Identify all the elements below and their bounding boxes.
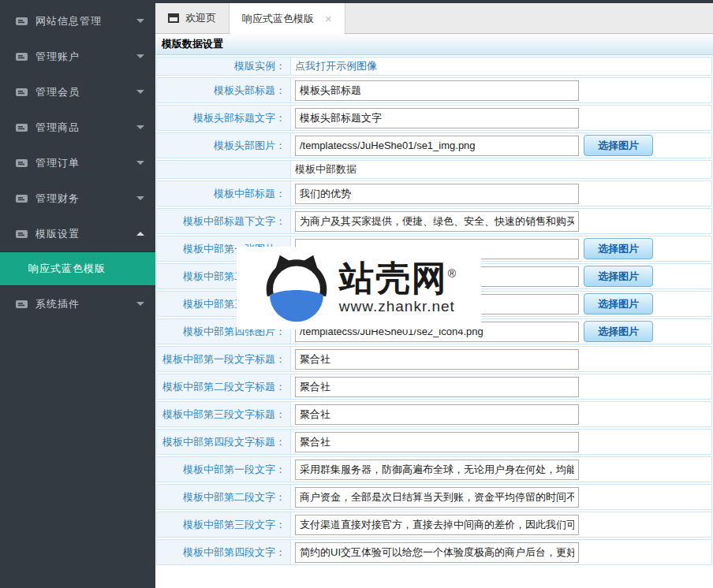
tab-template[interactable]: 响应式蓝色模版× xyxy=(229,3,345,34)
field-value-cell xyxy=(291,209,711,233)
sidebar: 网站信息管理管理账户管理会员管理商品管理订单管理财务模版设置响应式蓝色模版系统插… xyxy=(0,0,155,588)
sidebar-item[interactable]: 管理财务 xyxy=(0,180,155,216)
panel-title: 模版数据设置 xyxy=(155,34,713,55)
field-value-cell: 选择图片 xyxy=(291,133,711,158)
sidebar-item-label: 管理订单 xyxy=(35,156,136,170)
zhankr-cat-logo-icon xyxy=(260,252,333,325)
sidebar-menu: 网站信息管理管理账户管理会员管理商品管理订单管理财务模版设置响应式蓝色模版系统插… xyxy=(0,3,155,322)
watermark-brand: 站壳网® xyxy=(339,261,457,296)
tab-bar: 欢迎页响应式蓝色模版× xyxy=(155,3,713,34)
field-input[interactable] xyxy=(295,515,579,535)
choose-image-button[interactable]: 选择图片 xyxy=(584,293,653,314)
field-label xyxy=(157,161,291,178)
field-label: 模板中部第三段文字： xyxy=(157,512,291,537)
form-row: 模板中部第二段文字： xyxy=(156,484,712,510)
choose-image-button[interactable]: 选择图片 xyxy=(584,135,653,156)
field-input[interactable] xyxy=(295,108,579,128)
field-label: 模版实例： xyxy=(157,58,291,75)
sidebar-item-label: 系统插件 xyxy=(35,297,136,311)
form-row: 模板中部第一段文字标题： xyxy=(156,346,712,372)
field-input[interactable] xyxy=(295,184,579,204)
field-input[interactable] xyxy=(295,432,579,452)
field-label: 模板中部第一段文字： xyxy=(157,457,291,482)
watermark-url: www.zhankr.net xyxy=(339,298,455,315)
form-row: 模板中部第四段文字： xyxy=(156,539,712,565)
watermark-brand-name: 站壳网 xyxy=(339,259,448,297)
sidebar-item[interactable]: 管理会员 xyxy=(0,74,155,110)
field-label: 模板中部第三段文字标题： xyxy=(157,402,291,426)
sidebar-item[interactable]: 系统插件 xyxy=(0,286,155,322)
field-input[interactable] xyxy=(295,377,579,397)
field-value-cell: 点我打开示例图像 xyxy=(291,58,711,75)
field-input[interactable] xyxy=(295,136,579,156)
chevron-down-icon xyxy=(136,90,144,94)
menu-icon xyxy=(16,300,28,309)
sidebar-item[interactable]: 管理订单 xyxy=(0,145,155,180)
sidebar-item-label: 管理会员 xyxy=(35,85,136,99)
field-value-cell: 模板中部数据 xyxy=(291,161,711,178)
open-example-link[interactable]: 点我打开示例图像 xyxy=(295,59,377,73)
field-input[interactable] xyxy=(295,211,579,232)
field-input[interactable] xyxy=(295,349,579,370)
menu-icon xyxy=(16,194,28,203)
chevron-up-icon xyxy=(136,232,144,236)
form-row: 模板头部图片：选择图片 xyxy=(156,132,712,158)
menu-icon xyxy=(16,123,28,132)
menu-icon xyxy=(16,158,28,168)
menu-icon xyxy=(16,52,28,61)
sidebar-item[interactable]: 管理账户 xyxy=(0,39,155,74)
field-label: 模板头部图片： xyxy=(157,133,291,158)
admin-app: 网站信息管理管理账户管理会员管理商品管理订单管理财务模版设置响应式蓝色模版系统插… xyxy=(0,0,713,588)
field-value-cell xyxy=(291,540,711,564)
sidebar-submenu: 响应式蓝色模版 xyxy=(0,251,155,286)
chevron-down-icon xyxy=(136,302,144,306)
form-row: 模板头部标题： xyxy=(156,77,712,103)
registered-mark: ® xyxy=(448,267,457,280)
field-value-cell xyxy=(291,374,711,399)
field-value-cell xyxy=(291,457,711,482)
field-label: 模板中部第四段文字： xyxy=(157,540,291,564)
choose-image-button[interactable]: 选择图片 xyxy=(584,321,653,342)
chevron-down-icon xyxy=(136,54,144,58)
field-value-cell xyxy=(291,402,711,426)
choose-image-button[interactable]: 选择图片 xyxy=(584,266,653,287)
field-input[interactable] xyxy=(295,460,579,480)
form-row: 模板中部数据 xyxy=(156,160,712,179)
field-value-cell xyxy=(291,347,711,371)
choose-image-button[interactable]: 选择图片 xyxy=(584,238,653,259)
menu-icon xyxy=(16,229,28,239)
sidebar-item-label: 管理财务 xyxy=(35,192,136,206)
field-label: 模板中部标题下文字： xyxy=(157,209,291,233)
tab-welcome[interactable]: 欢迎页 xyxy=(155,3,229,33)
sidebar-item[interactable]: 网站信息管理 xyxy=(0,3,155,39)
field-value-cell xyxy=(291,512,711,537)
chevron-down-icon xyxy=(136,196,144,200)
sidebar-item[interactable]: 管理商品 xyxy=(0,110,155,145)
field-label: 模板头部标题文字： xyxy=(157,106,291,130)
form-row: 模版实例：点我打开示例图像 xyxy=(156,57,712,76)
sidebar-item-label: 网站信息管理 xyxy=(35,14,136,28)
sidebar-item-label: 模版设置 xyxy=(35,227,136,241)
field-input[interactable] xyxy=(295,487,579,508)
field-value-cell xyxy=(291,485,711,509)
sidebar-item[interactable]: 模版设置 xyxy=(0,216,155,251)
window-icon xyxy=(168,13,179,23)
tab-label: 响应式蓝色模版 xyxy=(242,12,314,26)
watermark-text: 站壳网® www.zhankr.net xyxy=(339,261,457,315)
field-label: 模板头部标题： xyxy=(157,78,291,102)
close-icon[interactable]: × xyxy=(325,13,332,24)
field-input[interactable] xyxy=(295,80,579,101)
field-label: 模板中部第四段文字标题： xyxy=(157,430,291,454)
field-input[interactable] xyxy=(295,542,579,563)
form-row: 模板中部第三段文字标题： xyxy=(156,401,712,427)
sidebar-subitem[interactable]: 响应式蓝色模版 xyxy=(0,252,155,285)
field-input[interactable] xyxy=(295,404,579,425)
form-row: 模板中部第一段文字： xyxy=(156,456,712,482)
form-row: 模板中部标题： xyxy=(156,180,712,207)
field-label: 模板中部第一段文字标题： xyxy=(157,347,291,371)
field-value-cell xyxy=(291,78,711,102)
menu-icon xyxy=(16,87,28,97)
form-row: 模板头部标题文字： xyxy=(156,105,712,131)
sidebar-item-label: 管理商品 xyxy=(35,121,136,135)
field-label: 模板中部标题： xyxy=(157,181,291,206)
